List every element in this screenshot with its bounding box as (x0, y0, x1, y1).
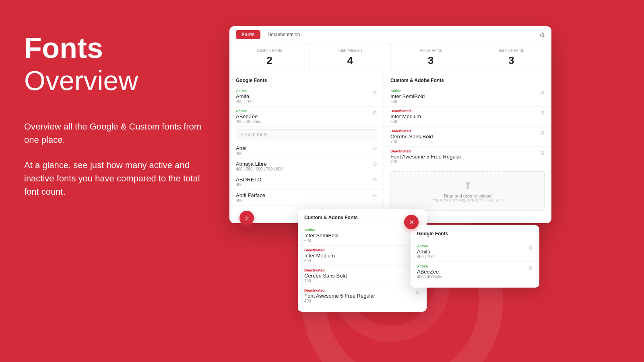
cerebri-weights: 700 (390, 140, 433, 144)
fa-gear[interactable]: ⚙ (540, 150, 545, 156)
amita-weights: 400 | 700 (236, 99, 253, 104)
fc2-gear-2[interactable]: ⚙ (528, 265, 533, 271)
abhaya-add-icon[interactable]: ⊕ (373, 161, 377, 167)
stat-value-manuals: 4 (314, 54, 386, 67)
fc1-inter-medium: Deactivated Inter Medium 500 ⚙ (298, 246, 427, 266)
star-button[interactable]: ☆ (239, 211, 254, 225)
fa-status: Deactivated (390, 149, 461, 153)
fa-name: Font Awesome 5 Free Regular (390, 154, 461, 160)
google-font-abeezee: Active ABeeZee 400 | 400Italic ⚙ (229, 107, 384, 127)
upload-text: Drag and drop to upload (399, 193, 536, 198)
abeezee-weights: 400 | 400Italic (236, 119, 261, 124)
upload-subtext: TTF, WOFF, WOFF2, OTF, EOT (MAX. 2mb) (399, 198, 536, 202)
stat-label-manuals: Total Manuals (314, 48, 386, 53)
abeezee-gear-icon[interactable]: ⚙ (372, 110, 377, 116)
fc2-title: Google Fonts (411, 231, 539, 240)
aboreto-add-icon[interactable]: ⊕ (373, 177, 377, 183)
inter-semibold-weights: 600 (390, 99, 425, 104)
fa-weights: 400 (390, 160, 461, 164)
fc2-amita: Active Amita 400 | 700 ⚙ (411, 242, 539, 262)
panel-header: Fonts Documentation ⚙ (229, 26, 551, 43)
aboreto-name: ABORETO (236, 177, 261, 183)
fc1-inter-semibold: Active Inter SemiBold 600 ⚙ (298, 226, 427, 246)
abel-weight: 400 (236, 151, 246, 156)
tab-documentation[interactable]: Documentation (262, 30, 306, 39)
abel-add-icon[interactable]: ⊕ (373, 145, 377, 151)
stat-inactive-fonts: Inactive Fonts 3 (471, 43, 551, 72)
google-fonts-panel: Google Fonts Active Amita 400 | 700 ⚙ Ac… (229, 72, 384, 223)
stat-label-inactive: Inactive Fonts (475, 48, 547, 53)
red-action-button[interactable]: ✕ (404, 215, 419, 229)
cerebri-status: Deactivated (390, 129, 433, 133)
abril-add-icon[interactable]: ⊕ (373, 192, 377, 198)
gfont-abhaya: Abhaya Libre 400 | 500 | 600 | 700 | 800… (229, 158, 384, 174)
fc1-gear-4[interactable]: ⚙ (415, 289, 420, 295)
inter-medium-status: Deactivated (390, 109, 421, 113)
stat-custom-fonts: Custom Fonts 2 (229, 43, 310, 72)
inter-semibold-gear[interactable]: ⚙ (540, 90, 545, 96)
stat-value-inactive: 3 (475, 54, 547, 67)
panel-content: Google Fonts Active Amita 400 | 700 ⚙ Ac… (229, 72, 551, 223)
gfont-abel: Abel 400 ⊕ (229, 143, 384, 158)
amita-name: Amita (236, 93, 253, 99)
inter-semibold-status: Active (390, 89, 425, 93)
upload-area[interactable]: ⬆ Drag and drop to upload TTF, WOFF, WOF… (390, 171, 545, 211)
desc-2: At a glance, see just how many active an… (24, 158, 205, 198)
custom-adobe-panel: Custom & Adobe Fonts Active Inter SemiBo… (384, 72, 551, 223)
inter-medium-name: Inter Medium (390, 113, 421, 119)
abel-name: Abel (236, 145, 246, 151)
inter-medium-item: Deactivated Inter Medium 500 ⚙ (384, 107, 551, 127)
upload-icon: ⬆ (399, 180, 536, 191)
cerebri-gear[interactable]: ⚙ (540, 130, 545, 136)
tab-fonts[interactable]: Fonts (236, 30, 260, 39)
amita-gear-icon[interactable]: ⚙ (372, 90, 377, 96)
abril-name: Abril Fatface (236, 192, 265, 198)
page-title: Fonts (24, 32, 205, 64)
stat-label-custom: Custom Fonts (233, 48, 305, 53)
settings-icon[interactable]: ⚙ (539, 31, 545, 39)
abril-weight: 400 (236, 198, 265, 203)
stat-value-custom: 2 (233, 54, 305, 67)
stat-total-manuals: Total Manuals 4 (310, 43, 390, 72)
page-subtitle: Overview (24, 66, 205, 96)
main-panel: Fonts Documentation ⚙ Custom Fonts 2 Tot… (229, 26, 551, 223)
google-fonts-title: Google Fonts (229, 76, 384, 86)
inter-medium-weights: 500 (390, 119, 421, 124)
aboreto-weight: 400 (236, 183, 261, 187)
gfont-abril: Abril Fatface 400 ⊕ (229, 190, 384, 206)
stats-row: Custom Fonts 2 Total Manuals 4 Active Fo… (229, 43, 551, 72)
left-section: Fonts Overview Overview all the Google &… (24, 32, 205, 210)
gfont-aboreto: ABORETO 400 ⊕ (229, 174, 384, 190)
fc2-gear-1[interactable]: ⚙ (528, 245, 533, 251)
abhaya-name: Abhaya Libre (236, 161, 283, 167)
stat-value-active: 3 (395, 54, 467, 67)
panel-tabs: Fonts Documentation (236, 30, 305, 39)
inter-medium-gear[interactable]: ⚙ (540, 110, 545, 116)
cerebri-name: Cerebri Sans Bold (390, 134, 433, 140)
stat-active-fonts: Active Fonts 3 (391, 43, 471, 72)
inter-semibold-item: Active Inter SemiBold 600 ⚙ (384, 86, 551, 107)
google-font-amita: Active Amita 400 | 700 ⚙ (229, 86, 384, 107)
cerebri-bold-item: Deactivated Cerebri Sans Bold 700 ⚙ (384, 127, 551, 147)
floating-card-google: Google Fonts Active Amita 400 | 700 ⚙ Ac… (411, 225, 539, 288)
amita-status: Active (236, 89, 253, 93)
fc2-abeezee: Active ABeeZee 400 | 400Italic ⚙ (411, 262, 539, 282)
custom-adobe-title: Custom & Adobe Fonts (384, 76, 551, 86)
inter-semibold-name: Inter SemiBold (390, 93, 425, 99)
abhaya-weight: 400 | 500 | 600 | 700 | 800 (236, 167, 283, 171)
fa-regular-item: Deactivated Font Awesome 5 Free Regular … (384, 147, 551, 167)
fc1-fa: Deactivated Font Awesome 5 Free Regular … (298, 286, 427, 306)
fc1-cerebri: Deactivated Cerebri Sans Bold 700 ⚙ (298, 266, 427, 286)
abeezee-name: ABeeZee (236, 113, 261, 119)
font-search[interactable]: Search fonts... (236, 129, 377, 140)
stat-label-active: Active Fonts (395, 48, 467, 53)
abeezee-status: Active (236, 109, 261, 113)
desc-1: Overview all the Google & Custom fonts f… (24, 120, 205, 146)
